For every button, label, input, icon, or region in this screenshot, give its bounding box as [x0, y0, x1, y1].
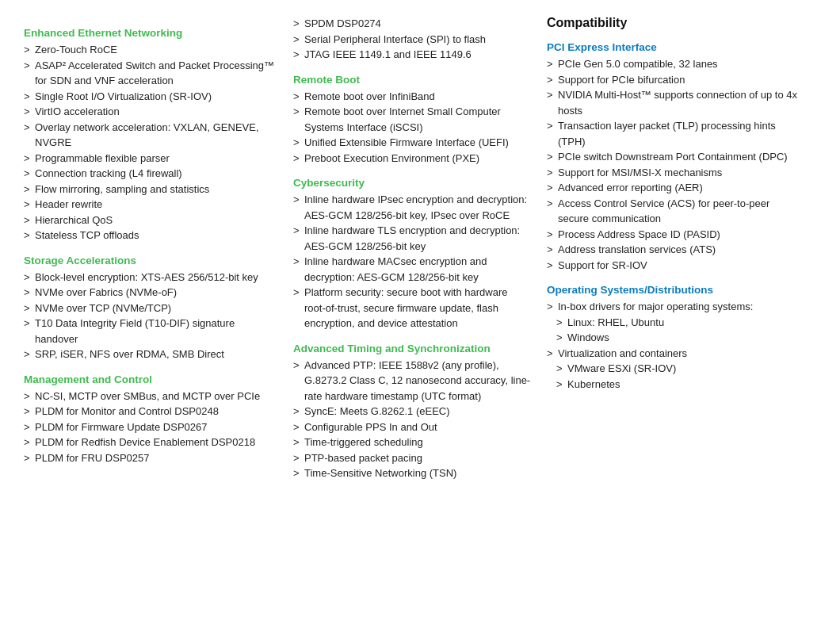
section-title-enhanced-ethernet: Enhanced Ethernet Networking — [24, 27, 277, 39]
list-item: VirtIO acceleration — [24, 104, 277, 120]
list-item: PCIe Gen 5.0 compatible, 32 lanes — [547, 56, 800, 72]
column-2: SPDM DSP0274 Serial Peripheral Interface… — [293, 16, 547, 485]
list-cont: SPDM DSP0274 Serial Peripheral Interface… — [293, 16, 531, 63]
list-item: Stateless TCP offloads — [24, 228, 277, 243]
list-item: Support for PCIe bifurcation — [547, 72, 800, 88]
list-item: ASAP² Accelerated Switch and Packet Proc… — [24, 58, 277, 89]
section-timing: Advanced Timing and Synchronization Adva… — [293, 343, 531, 481]
list-enhanced-ethernet: Zero-Touch RoCE ASAP² Accelerated Switch… — [24, 42, 277, 243]
list-item: Configurable PPS In and Out — [293, 419, 531, 435]
list-item: PLDM for Redfish Device Enablement DSP02… — [24, 435, 277, 450]
list-item: Connection tracking (L4 firewall) — [24, 166, 277, 182]
list-item: Access Control Service (ACS) for peer-to… — [547, 196, 800, 227]
list-management: NC-SI, MCTP over SMBus, and MCTP over PC… — [24, 389, 277, 466]
section-storage: Storage Accelerations Block-level encryp… — [24, 255, 277, 362]
list-item: Advanced PTP: IEEE 1588v2 (any profile),… — [293, 358, 531, 404]
list-item: PCIe switch Downstream Port Containment … — [547, 149, 800, 165]
list-item: PLDM for FRU DSP0257 — [24, 450, 277, 466]
list-item: Preboot Execution Environment (PXE) — [293, 151, 531, 167]
list-item: Process Address Space ID (PASID) — [547, 227, 800, 243]
list-item: Overlay network acceleration: VXLAN, GEN… — [24, 120, 277, 151]
section-pcie: PCI Express Interface PCIe Gen 5.0 compa… — [547, 41, 800, 273]
list-item: Flow mirroring, sampling and statistics — [24, 182, 277, 197]
list-item: Inline hardware MACsec encryption and de… — [293, 254, 531, 285]
column-1: Enhanced Ethernet Networking Zero-Touch … — [24, 16, 293, 485]
list-item: Time-triggered scheduling — [293, 435, 531, 450]
list-item: T10 Data Integrity Field (T10-DIF) signa… — [24, 316, 277, 347]
list-item: Platform security: secure boot with hard… — [293, 285, 531, 331]
list-item: SPDM DSP0274 — [293, 16, 531, 32]
list-item: Time-Sensitive Networking (TSN) — [293, 465, 531, 481]
list-timing: Advanced PTP: IEEE 1588v2 (any profile),… — [293, 358, 531, 481]
list-item: NVMe over Fabrics (NVMe-oF) — [24, 285, 277, 301]
section-management: Management and Control NC-SI, MCTP over … — [24, 373, 277, 466]
list-item: Windows — [547, 330, 800, 346]
list-item: Inline hardware IPsec encryption and dec… — [293, 192, 531, 223]
list-item: JTAG IEEE 1149.1 and IEEE 1149.6 — [293, 47, 531, 63]
list-item: Remote boot over InfiniBand — [293, 89, 531, 105]
section-title-remote-boot: Remote Boot — [293, 74, 531, 86]
main-content: Enhanced Ethernet Networking Zero-Touch … — [24, 16, 816, 485]
list-os: In-box drivers for major operating syste… — [547, 299, 800, 392]
list-item: SyncE: Meets G.8262.1 (eEEC) — [293, 404, 531, 419]
list-remote-boot: Remote boot over InfiniBand Remote boot … — [293, 89, 531, 167]
list-item: PLDM for Firmware Update DSP0267 — [24, 419, 277, 435]
list-item: PLDM for Monitor and Control DSP0248 — [24, 404, 277, 419]
list-item: Unified Extensible Firmware Interface (U… — [293, 135, 531, 151]
list-item: Zero-Touch RoCE — [24, 42, 277, 58]
list-item: In-box drivers for major operating syste… — [547, 299, 800, 315]
section-title-os: Operating Systems/Distributions — [547, 284, 800, 296]
list-item: Virtualization and containers — [547, 346, 800, 362]
list-item: Advanced error reporting (AER) — [547, 180, 800, 196]
list-item: NVIDIA Multi-Host™ supports connection o… — [547, 87, 800, 118]
list-storage: Block-level encryption: XTS-AES 256/512-… — [24, 270, 277, 362]
list-item: Inline hardware TLS encryption and decry… — [293, 223, 531, 254]
list-item: Header rewrite — [24, 197, 277, 213]
section-title-storage: Storage Accelerations — [24, 255, 277, 266]
list-cybersecurity: Inline hardware IPsec encryption and dec… — [293, 192, 531, 331]
list-item: Address translation services (ATS) — [547, 242, 800, 258]
section-title-timing: Advanced Timing and Synchronization — [293, 343, 531, 354]
list-item: SRP, iSER, NFS over RDMA, SMB Direct — [24, 347, 277, 362]
list-item: Support for MSI/MSI-X mechanisms — [547, 165, 800, 181]
list-item: NVMe over TCP (NVMe/TCP) — [24, 301, 277, 316]
list-item: Remote boot over Internet Small Computer… — [293, 104, 531, 135]
section-title-cybersecurity: Cybersecurity — [293, 177, 531, 189]
list-item: Transaction layer packet (TLP) processin… — [547, 118, 800, 149]
section-cybersecurity: Cybersecurity Inline hardware IPsec encr… — [293, 177, 531, 331]
section-os: Operating Systems/Distributions In-box d… — [547, 284, 800, 392]
list-item: Support for SR-IOV — [547, 258, 800, 274]
section-title-pcie: PCI Express Interface — [547, 41, 800, 53]
list-item: Single Root I/O Virtualization (SR-IOV) — [24, 89, 277, 105]
section-title-compatibility: Compatibility — [547, 16, 800, 30]
list-item: PTP-based packet pacing — [293, 450, 531, 466]
list-item: Kubernetes — [547, 377, 800, 393]
list-item: NC-SI, MCTP over SMBus, and MCTP over PC… — [24, 389, 277, 404]
list-item: Hierarchical QoS — [24, 213, 277, 228]
list-item: Linux: RHEL, Ubuntu — [547, 315, 800, 331]
list-item: Block-level encryption: XTS-AES 256/512-… — [24, 270, 277, 285]
column-3: Compatibility PCI Express Interface PCIe… — [547, 16, 816, 485]
list-item: VMware ESXi (SR-IOV) — [547, 361, 800, 377]
list-item: Serial Peripheral Interface (SPI) to fla… — [293, 32, 531, 48]
list-item: Programmable flexible parser — [24, 151, 277, 167]
section-title-management: Management and Control — [24, 373, 277, 385]
section-remote-boot: Remote Boot Remote boot over InfiniBand … — [293, 74, 531, 167]
section-enhanced-ethernet: Enhanced Ethernet Networking Zero-Touch … — [24, 27, 277, 243]
list-pcie: PCIe Gen 5.0 compatible, 32 lanes Suppor… — [547, 56, 800, 273]
